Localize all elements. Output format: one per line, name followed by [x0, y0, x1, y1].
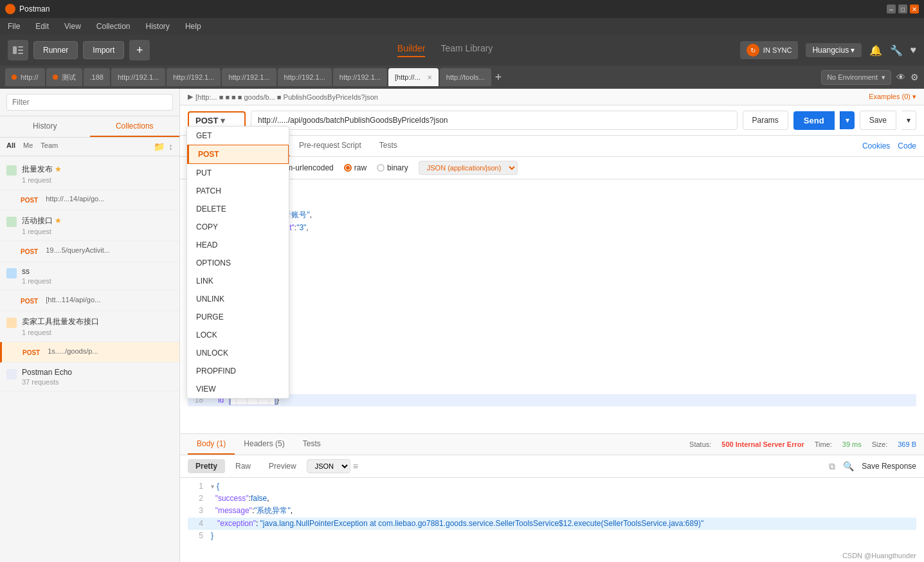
menu-collection[interactable]: Collection	[94, 21, 133, 32]
cookies-link[interactable]: Cookies	[862, 141, 890, 150]
dropdown-purge[interactable]: PURGE	[187, 308, 289, 326]
copy-icon[interactable]: ⧉	[829, 461, 835, 472]
dropdown-view[interactable]: VIEW	[187, 380, 289, 398]
collection-item[interactable]: 卖家工具批量发布接口 1 request	[0, 311, 179, 342]
collection-requests: 1 request	[22, 277, 173, 285]
eye-icon[interactable]: 👁	[896, 72, 905, 82]
params-btn[interactable]: Params	[743, 111, 788, 130]
tab-3[interactable]: .188	[84, 68, 110, 86]
resp-tab-tests[interactable]: Tests	[294, 434, 330, 455]
save-dropdown-arrow[interactable]: ▾	[901, 111, 916, 130]
dropdown-put[interactable]: PUT	[187, 164, 289, 182]
dropdown-get[interactable]: GET	[187, 127, 289, 145]
fmt-pretty[interactable]: Pretty	[188, 459, 225, 473]
code-line: 6 {"amount":"",	[188, 246, 916, 258]
code-editor[interactable]: 1{ 2 "pageLimit":"10", 3 "sellerName": "…	[180, 179, 924, 433]
fmt-raw[interactable]: Raw	[228, 459, 258, 473]
dropdown-unlock[interactable]: UNLOCK	[187, 344, 289, 362]
menu-help[interactable]: Help	[183, 21, 204, 32]
lines-icon[interactable]: ≡	[353, 461, 358, 471]
tab-10[interactable]: http://tools...	[440, 68, 491, 86]
collection-item[interactable]: ss 1 request	[0, 262, 179, 291]
runner-btn[interactable]: Runner	[33, 41, 78, 59]
dropdown-delete[interactable]: DELETE	[187, 200, 289, 218]
dropdown-lock[interactable]: LOCK	[187, 326, 289, 344]
builder-tab[interactable]: Builder	[397, 43, 426, 57]
resp-line-highlighted: 4 "exception": "java.lang.NullPointerExc…	[188, 518, 916, 530]
tab-6[interactable]: http://192.1...	[222, 68, 276, 86]
minimize-btn[interactable]: –	[887, 5, 896, 14]
dropdown-patch[interactable]: PATCH	[187, 182, 289, 200]
menu-history[interactable]: History	[143, 21, 172, 32]
new-folder-icon[interactable]: 📁	[154, 141, 165, 152]
heart-icon[interactable]: ♥	[910, 44, 917, 56]
dropdown-propfind[interactable]: PROPFIND	[187, 362, 289, 380]
sync-btn[interactable]: ↻ IN SYNC	[740, 41, 799, 59]
list-item[interactable]: POST 1s...../goods/p...	[0, 342, 179, 363]
title-bar-controls: – □ ✕	[887, 5, 919, 14]
tab-prerequest[interactable]: Pre-request Script	[290, 136, 370, 156]
save-btn[interactable]: Save	[860, 111, 896, 130]
search-icon[interactable]: 🔍	[843, 461, 854, 471]
tab-9[interactable]: [http://... ✕	[388, 68, 439, 86]
code-line: 8 {"amount":"3",	[188, 271, 916, 283]
dropdown-options[interactable]: OPTIONS	[187, 254, 289, 272]
history-tab[interactable]: History	[0, 116, 90, 137]
url-input[interactable]	[251, 111, 738, 130]
collection-info: 卖家工具批量发布接口 1 request	[22, 316, 173, 336]
tab-8[interactable]: http://192.1...	[333, 68, 387, 86]
menu-edit[interactable]: Edit	[33, 21, 51, 32]
tab-7[interactable]: http://192.1...	[278, 68, 332, 86]
dropdown-post[interactable]: POST	[187, 145, 289, 164]
import-btn[interactable]: Import	[83, 41, 124, 59]
examples-link[interactable]: Examples (0) ▾	[869, 93, 916, 101]
menu-file[interactable]: File	[5, 21, 23, 32]
environment-selector[interactable]: No Environment ▾	[821, 70, 891, 85]
bell-icon[interactable]: 🔔	[869, 44, 882, 57]
send-btn[interactable]: Send	[793, 111, 835, 130]
list-item[interactable]: POST 19....5/queryActivit...	[0, 241, 179, 262]
collection-item[interactable]: 活动接口 ★ 1 request	[0, 210, 179, 241]
team-library-tab[interactable]: Team Library	[440, 43, 493, 57]
json-format-select[interactable]: JSON (application/json)	[419, 161, 518, 175]
send-dropdown-arrow[interactable]: ▾	[840, 111, 855, 129]
resp-tab-body[interactable]: Body (1)	[188, 434, 235, 455]
subtab-me[interactable]: Me	[23, 141, 33, 152]
tab-2[interactable]: 测试	[46, 68, 82, 86]
new-tab-btn[interactable]: +	[129, 40, 150, 60]
resp-tab-headers[interactable]: Headers (5)	[235, 434, 293, 455]
collection-item[interactable]: 批量发布 ★ 1 request	[0, 159, 179, 190]
add-tab-btn[interactable]: +	[495, 71, 502, 84]
dropdown-link[interactable]: LINK	[187, 272, 289, 290]
raw-option[interactable]: raw	[344, 163, 367, 172]
collection-item[interactable]: Postman Echo 37 requests	[0, 363, 179, 392]
tab-close-btn[interactable]: ✕	[427, 74, 432, 81]
subtab-all[interactable]: All	[6, 141, 15, 152]
tab-4[interactable]: http://192.1...	[111, 68, 165, 86]
request-panel: ▶ [http:... ■ ■ ■ ■ goods/b... ■ Publish…	[180, 89, 924, 562]
list-item[interactable]: POST [htt...114/api/go...	[0, 291, 179, 311]
dropdown-head[interactable]: HEAD	[187, 236, 289, 254]
gear-icon[interactable]: ⚙	[910, 72, 919, 82]
sidebar-toggle-btn[interactable]	[8, 40, 28, 60]
tab-5[interactable]: http://192.1...	[167, 68, 221, 86]
subtab-team[interactable]: Team	[41, 141, 58, 152]
wrench-icon[interactable]: 🔧	[890, 44, 903, 57]
sort-icon[interactable]: ↕	[168, 141, 173, 152]
maximize-btn[interactable]: □	[898, 5, 907, 14]
dropdown-unlink[interactable]: UNLINK	[187, 290, 289, 308]
close-btn[interactable]: ✕	[910, 5, 919, 14]
collections-tab[interactable]: Collections	[90, 116, 180, 137]
fmt-preview[interactable]: Preview	[261, 459, 304, 473]
search-input[interactable]	[6, 94, 173, 111]
tab-1[interactable]: http://	[5, 68, 45, 86]
list-item[interactable]: POST http://...14/api/go...	[0, 190, 179, 210]
user-btn[interactable]: Huangcius ▾	[806, 43, 861, 57]
binary-option[interactable]: binary	[377, 163, 408, 172]
save-response-btn[interactable]: Save Response	[862, 462, 916, 471]
tab-tests[interactable]: Tests	[370, 136, 406, 156]
dropdown-copy[interactable]: COPY	[187, 218, 289, 236]
format-select[interactable]: JSON	[307, 459, 350, 473]
code-link[interactable]: Code	[898, 141, 916, 150]
menu-view[interactable]: View	[62, 21, 84, 32]
